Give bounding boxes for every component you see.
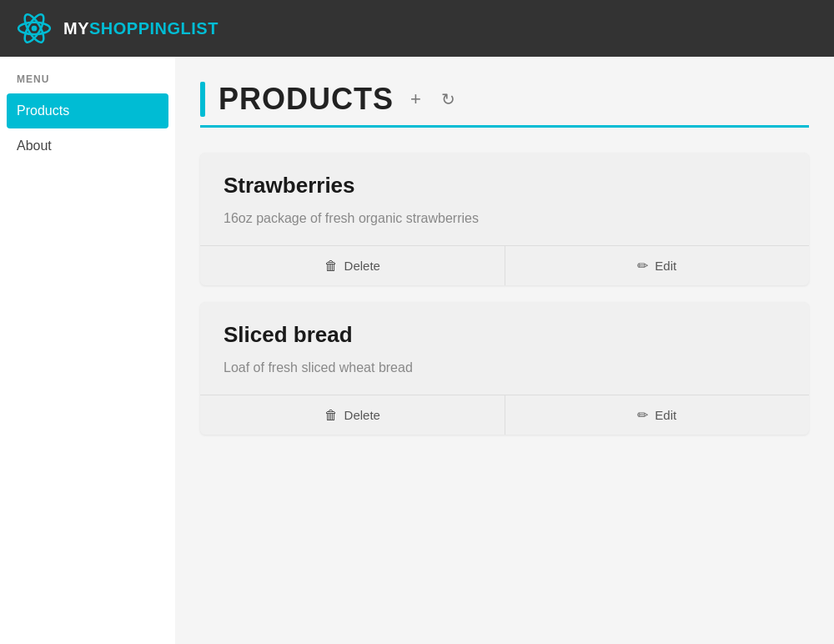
add-icon: + [410, 88, 421, 110]
sidebar-menu-label: MENU [0, 73, 175, 93]
react-logo-icon [17, 11, 52, 46]
product-card-sliced-bread: Sliced bread Loaf of fresh sliced wheat … [200, 302, 809, 435]
main-layout: MENU Products About PRODUCTS + Strawberr… [0, 57, 834, 644]
sidebar-item-products-label: Products [17, 103, 69, 118]
sidebar: MENU Products About [0, 57, 175, 644]
sidebar-item-about[interactable]: About [0, 128, 175, 164]
product-card-actions-strawberries: 🗑 Delete ✏ Edit [200, 245, 809, 285]
product-description-strawberries: 16oz package of fresh organic strawberri… [224, 209, 786, 229]
sidebar-item-about-label: About [17, 138, 52, 153]
product-card-body-strawberries: Strawberries 16oz package of fresh organ… [200, 153, 809, 245]
edit-label-sliced-bread: Edit [655, 408, 676, 422]
page-header: PRODUCTS + [200, 82, 809, 128]
trash-icon-bread: 🗑 [324, 408, 338, 423]
product-name-sliced-bread: Sliced bread [224, 322, 786, 348]
main-content: PRODUCTS + Strawberries 16oz package of … [175, 57, 834, 644]
product-card-body-sliced-bread: Sliced bread Loaf of fresh sliced wheat … [200, 302, 809, 395]
edit-sliced-bread-button[interactable]: ✏ Edit [505, 395, 810, 435]
app-title: MYSHOPPINGLIST [63, 19, 219, 38]
delete-label-strawberries: Delete [344, 259, 380, 273]
refresh-button[interactable] [438, 85, 459, 113]
title-my: MY [63, 19, 89, 38]
title-list: LIST [181, 19, 219, 38]
delete-label-sliced-bread: Delete [344, 408, 380, 422]
product-card-strawberries: Strawberries 16oz package of fresh organ… [200, 153, 809, 285]
navbar: MYSHOPPINGLIST [0, 0, 834, 57]
delete-sliced-bread-button[interactable]: 🗑 Delete [200, 395, 505, 435]
edit-label-strawberries: Edit [655, 259, 676, 273]
title-shopping: SHOPPING [89, 19, 181, 38]
header-accent-bar [200, 82, 205, 117]
product-name-strawberries: Strawberries [224, 173, 786, 199]
edit-icon-bread: ✏ [637, 407, 648, 423]
product-card-actions-sliced-bread: 🗑 Delete ✏ Edit [200, 395, 809, 435]
edit-icon: ✏ [637, 258, 648, 274]
edit-strawberries-button[interactable]: ✏ Edit [505, 246, 810, 285]
delete-strawberries-button[interactable]: 🗑 Delete [200, 246, 505, 285]
trash-icon: 🗑 [324, 259, 338, 274]
sidebar-item-products[interactable]: Products [7, 93, 168, 128]
product-description-sliced-bread: Loaf of fresh sliced wheat bread [224, 358, 786, 378]
svg-point-3 [32, 26, 38, 32]
add-product-button[interactable]: + [407, 85, 425, 113]
refresh-icon [441, 88, 455, 110]
page-title: PRODUCTS [219, 82, 394, 117]
